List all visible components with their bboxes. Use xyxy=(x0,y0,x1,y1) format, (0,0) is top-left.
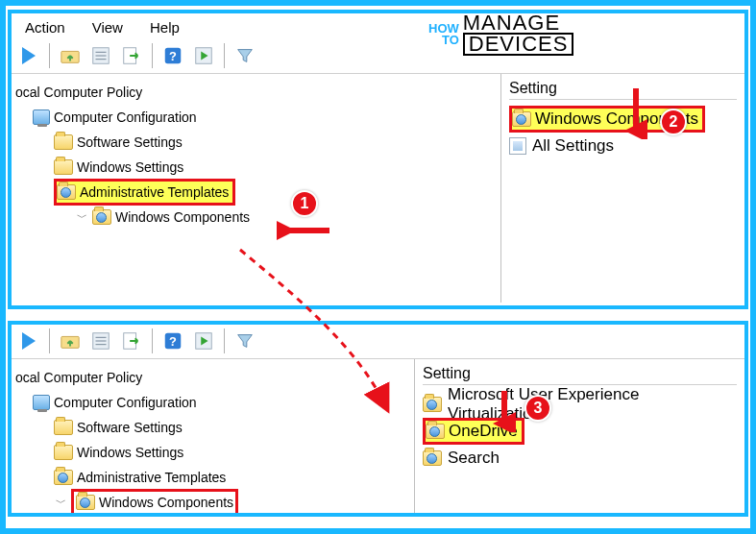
logo-manage: MANAGE xyxy=(463,13,574,33)
svg-text:?: ? xyxy=(169,48,177,62)
folder-icon xyxy=(54,134,73,150)
computer-icon xyxy=(33,109,50,125)
column-header-setting[interactable]: Setting xyxy=(509,80,737,100)
help-icon: ? xyxy=(162,45,183,66)
svg-text:?: ? xyxy=(169,333,177,348)
list-pane[interactable]: Setting Windows Components All Settings xyxy=(501,74,744,303)
folder-admin-icon xyxy=(426,424,445,439)
toolbar-separator xyxy=(49,328,50,353)
logo-howtomanagedevices: HOW TO MANAGE DEVICES xyxy=(428,13,573,56)
annotation-dashed-arrow xyxy=(221,240,432,425)
tree-label: Computer Configuration xyxy=(54,395,197,410)
properties-button[interactable] xyxy=(87,42,114,69)
export-button[interactable] xyxy=(118,328,145,354)
tree-computer-configuration[interactable]: Computer Configuration xyxy=(15,105,497,130)
tree-windows-settings[interactable]: Windows Settings xyxy=(15,440,410,465)
tree-label: Windows Settings xyxy=(77,445,183,460)
list-item-ms-uev[interactable]: Microsoft User Experience Virtualization xyxy=(423,391,737,418)
filter-icon xyxy=(234,45,256,66)
folder-admin-icon xyxy=(57,184,76,200)
folder-admin-icon xyxy=(92,209,111,225)
tree-root-label: ocal Computer Policy xyxy=(15,370,142,385)
toolbar-separator xyxy=(49,43,50,68)
up-folder-button[interactable] xyxy=(57,42,84,69)
tree-admin-templates[interactable]: Administrative Templates xyxy=(15,180,497,205)
annotation-badge-3: 3 xyxy=(524,395,551,422)
export-icon xyxy=(121,330,142,352)
tree-label: Windows Settings xyxy=(77,159,183,175)
up-folder-icon xyxy=(60,330,81,352)
help-button[interactable]: ? xyxy=(159,42,186,69)
logo-devices: DEVICES xyxy=(463,33,574,56)
menu-bar: Action View Help xyxy=(12,13,744,39)
tree-label: Software Settings xyxy=(77,420,183,435)
back-icon xyxy=(22,47,36,64)
run-button[interactable] xyxy=(190,328,217,354)
run-icon xyxy=(193,330,214,352)
tree-label: Software Settings xyxy=(77,134,183,150)
properties-icon xyxy=(90,330,111,352)
list-item-search[interactable]: Search xyxy=(423,445,737,472)
menu-action[interactable]: Action xyxy=(25,19,65,36)
folder-admin-icon xyxy=(54,470,73,485)
menu-help[interactable]: Help xyxy=(150,19,180,36)
list-item-all-settings[interactable]: All Settings xyxy=(509,133,737,159)
list-pane[interactable]: Setting Microsoft User Experience Virtua… xyxy=(415,359,744,513)
tree-label: Computer Configuration xyxy=(54,109,197,125)
folder-admin-icon xyxy=(76,495,95,510)
highlight-windows-components-tree: Windows Components xyxy=(71,489,238,513)
tree-admin-templates[interactable]: Administrative Templates xyxy=(15,465,410,490)
expand-icon[interactable]: ﹀ xyxy=(75,210,88,225)
tree-label: Administrative Templates xyxy=(77,470,226,485)
tree-windows-components[interactable]: ﹀ Windows Components xyxy=(15,490,410,513)
all-settings-icon xyxy=(509,137,526,155)
tree-root[interactable]: ocal Computer Policy xyxy=(15,80,497,105)
folder-icon xyxy=(54,159,73,175)
menu-view[interactable]: View xyxy=(92,19,123,36)
tree-label: Windows Components xyxy=(115,209,250,225)
expand-icon[interactable]: ﹀ xyxy=(54,496,67,510)
export-button[interactable] xyxy=(118,42,145,69)
filter-button[interactable] xyxy=(232,42,258,69)
back-button[interactable] xyxy=(15,328,42,354)
help-button[interactable]: ? xyxy=(159,328,186,354)
annotation-badge-1: 1 xyxy=(291,190,318,217)
toolbar-separator xyxy=(152,43,153,68)
tree-windows-components[interactable]: ﹀ Windows Components xyxy=(15,205,497,230)
up-folder-icon xyxy=(60,45,81,66)
annotation-arrow-down-3 xyxy=(493,389,516,432)
export-icon xyxy=(121,45,142,66)
computer-icon xyxy=(33,395,50,410)
tree-windows-settings[interactable]: Windows Settings xyxy=(15,155,497,180)
tree-root-label: ocal Computer Policy xyxy=(15,85,142,100)
tree-label: Windows Components xyxy=(99,495,233,510)
folder-icon xyxy=(54,420,73,435)
toolbar-separator xyxy=(152,328,153,353)
tree-software-settings[interactable]: Software Settings xyxy=(15,130,497,155)
folder-icon xyxy=(54,445,73,460)
annotation-badge-2: 2 xyxy=(660,109,687,135)
back-icon xyxy=(22,332,36,350)
list-label: Search xyxy=(448,449,500,468)
folder-admin-icon xyxy=(512,111,531,127)
tree-label: Administrative Templates xyxy=(80,184,229,200)
run-button[interactable] xyxy=(190,42,217,69)
logo-to: TO xyxy=(442,35,459,46)
annotation-arrow-left xyxy=(277,219,334,242)
folder-admin-icon xyxy=(423,450,442,466)
help-icon: ? xyxy=(162,330,183,352)
properties-icon xyxy=(90,45,111,66)
properties-button[interactable] xyxy=(87,328,114,354)
back-button[interactable] xyxy=(15,42,42,69)
list-label: All Settings xyxy=(532,136,614,156)
up-folder-button[interactable] xyxy=(57,328,84,354)
toolbar: ? xyxy=(12,39,744,74)
run-icon xyxy=(193,45,214,66)
toolbar-separator xyxy=(224,43,225,68)
list-item-windows-components[interactable]: Windows Components xyxy=(509,106,737,133)
highlight-admin-templates: Administrative Templates xyxy=(54,179,235,206)
annotation-arrow-down-2 xyxy=(624,86,647,139)
column-header-setting[interactable]: Setting xyxy=(423,365,737,385)
